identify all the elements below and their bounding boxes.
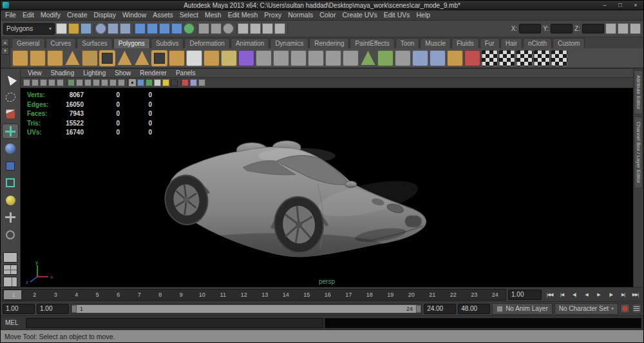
command-line-output[interactable] [325,318,641,328]
attribute-editor-tab[interactable]: Attribute Editor [635,70,643,115]
xray-mode-icon[interactable] [190,79,197,86]
triangulate-icon[interactable] [360,50,376,66]
menu-modify[interactable]: Modify [37,10,64,20]
poly-torus-icon[interactable] [99,50,115,66]
auto-keyframe-toggle-icon[interactable] [620,304,630,313]
panel-menu-view[interactable]: View [23,69,46,77]
menu-window[interactable]: Window [119,10,149,20]
z-coord-input[interactable] [582,24,604,33]
combine-icon[interactable] [256,50,272,66]
shelf-tab-toon[interactable]: Toon [395,38,420,48]
wireframe-mode-icon[interactable] [129,79,136,86]
construction-history-icon[interactable] [223,23,234,34]
panel-menu-lighting[interactable]: Lighting [79,69,110,77]
isolate-select-icon[interactable] [182,79,189,86]
scale-tool[interactable] [2,158,19,174]
lasso-tool[interactable] [2,89,19,105]
poly-platonic-solid-icon[interactable] [204,50,220,66]
snap-to-grid-icon[interactable] [135,23,146,34]
shelf-tab-muscle[interactable]: Muscle [420,38,451,48]
quadrangulate-icon[interactable] [377,50,393,66]
bookmarks-icon[interactable] [48,79,55,86]
y-coord-input[interactable] [551,24,573,33]
universal-manipulator-tool[interactable] [2,176,19,191]
shelf-tab-ncloth[interactable]: nCloth [523,38,552,48]
shelf-tab-fur[interactable]: Fur [480,38,500,48]
menu-assets[interactable]: Assets [149,10,176,20]
open-scene-icon[interactable] [68,23,79,34]
toggle-channel-box-icon[interactable] [630,23,641,34]
resolution-gate-icon[interactable] [84,79,91,86]
fill-hole-icon[interactable] [395,50,411,66]
shelf-tab-painteffects[interactable]: PaintEffects [350,38,394,48]
make-live-icon[interactable] [184,23,194,34]
shelf-tab-dynamics[interactable]: Dynamics [270,38,308,48]
smooth-shade-mode-icon[interactable] [137,79,144,86]
subdiv-proxy-icon[interactable] [238,50,254,66]
close-button[interactable]: × [628,1,643,10]
rotate-tool[interactable] [2,141,19,156]
uv-texture-editor-icon[interactable] [551,50,567,66]
poly-helix-icon[interactable] [169,50,185,66]
menu-select[interactable]: Select [176,10,202,20]
select-tool[interactable] [2,72,19,88]
lock-camera-icon[interactable] [32,79,39,86]
shelf-tab-animation[interactable]: Animation [231,38,269,48]
go-to-playback-start-button[interactable]: |◀◀ [544,289,556,301]
shelf-menu-down-icon[interactable]: ▾ [1,47,9,55]
time-slider[interactable]: 1 2 3 4 5 6 7 8 9 10 11 12 13 14 15 16 1… [3,289,506,301]
shelf-tab-hair[interactable]: Hair [500,38,522,48]
play-forwards-button[interactable]: ▶ [592,289,605,301]
toggle-attribute-editor-icon[interactable] [605,23,616,34]
animation-start-field[interactable]: 1.00 [3,304,35,314]
snap-to-point-icon[interactable] [159,23,170,34]
poly-pyramid-icon[interactable] [134,50,150,66]
animation-end-field[interactable]: 48.00 [458,304,490,314]
panel-menu-panels[interactable]: Panels [171,69,200,77]
playback-end-field[interactable]: 24.00 [424,304,456,314]
minimize-button[interactable]: – [597,1,612,10]
shelf-tab-general[interactable]: General [12,38,45,48]
four-pane-layout-button[interactable] [3,264,17,275]
save-scene-icon[interactable] [80,23,91,34]
image-plane-icon[interactable] [57,79,64,86]
perspective-viewport[interactable]: Verts: 8067 0 0 Edges: 16050 0 0 Faces: … [21,88,633,287]
menu-create[interactable]: Create [64,10,91,20]
go-to-playback-end-button[interactable]: ▶▶| [629,289,641,301]
shelf-tab-subdivs[interactable]: Subdivs [151,38,184,48]
snap-to-view-plane-icon[interactable] [171,23,182,34]
ipr-render-icon[interactable] [250,23,261,34]
grid-toggle-icon[interactable] [68,79,75,86]
shelf-menu-up-icon[interactable]: ▴ [1,39,9,46]
step-back-one-frame-button[interactable]: ◀| [568,289,580,301]
move-tool[interactable] [2,124,19,139]
step-forward-one-frame-button[interactable]: |▶ [605,289,617,301]
menu-help[interactable]: Help [413,10,434,20]
cylindrical-mapping-icon[interactable] [499,50,515,66]
menu-color[interactable]: Color [316,10,339,20]
menu-set-dropdown[interactable]: Polygons ▾ [3,23,55,35]
step-forward-one-key-button[interactable]: ▶| [617,289,629,301]
poly-cube-icon[interactable] [30,50,46,66]
show-manipulator-tool[interactable] [2,210,19,225]
select-by-component-icon[interactable] [120,23,131,34]
command-line-language-button[interactable]: MEL [3,319,24,326]
shelf-tab-deformation[interactable]: Deformation [184,38,229,48]
textured-mode-icon[interactable] [146,79,153,86]
film-gate-icon[interactable] [76,79,83,86]
boolean-intersection-icon[interactable] [343,50,359,66]
insert-edge-loop-icon[interactable] [412,50,428,66]
separate-icon[interactable] [273,50,289,66]
camera-attributes-icon[interactable] [40,79,47,86]
input-connections-icon[interactable] [198,23,209,34]
automatic-mapping-icon[interactable] [534,50,550,66]
menu-normals[interactable]: Normals [285,10,316,20]
menu-edit-uvs[interactable]: Edit UVs [381,10,413,20]
step-back-one-key-button[interactable]: |◀ [556,289,568,301]
render-current-frame-icon[interactable] [238,23,249,34]
menu-proxy[interactable]: Proxy [261,10,285,20]
poly-pipe-icon[interactable] [151,50,167,66]
panel-menu-show[interactable]: Show [110,69,135,77]
range-end-handle[interactable] [416,305,421,313]
shelf-tab-curves[interactable]: Curves [46,38,77,48]
